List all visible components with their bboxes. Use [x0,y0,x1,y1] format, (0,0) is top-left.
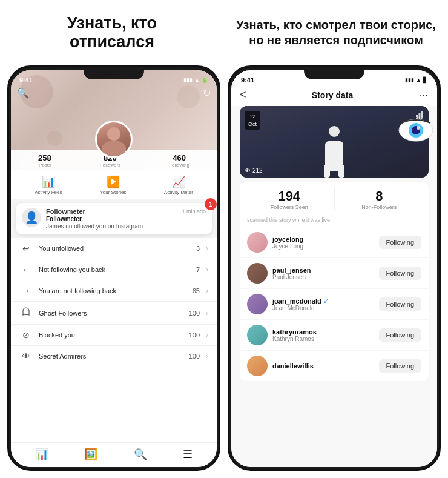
menu-item-ghost-followers[interactable]: Ghost Followers 100 › [11,302,217,325]
notification-time: 1 min ago [182,208,206,214]
scanned-text: scanned this story while it was live. [240,215,429,227]
bottom-nav: 📊 🖼️ 🔍 ☰ [11,442,217,467]
menu-item-secret-admirers[interactable]: 👁 Secret Admirers 100 › [11,346,217,367]
following-button-2[interactable]: Following [379,267,421,280]
non-followers-label: Non-Followers [340,204,420,210]
nav-activity-feed[interactable]: 📊 Activity Feed [35,175,62,195]
left-phone: 9:41 ▮▮▮ ▲ 🔋 🔍 ↻ [7,65,220,471]
follower-item-1[interactable]: joycelong Joyce Long Following [240,227,429,258]
story-title: Story data [312,90,353,100]
phone-notch-left [84,67,144,79]
story-views: 👁 212 [245,167,263,174]
right-header-text: Узнать, кто смотрел твои сторис, но не я… [235,18,437,48]
followers-seen-label: Followers Seen [249,204,329,210]
bottom-nav-search[interactable]: 🔍 [134,448,147,461]
menu-item-blocked[interactable]: ⊘ Blocked you 100 › [11,325,217,346]
avatar [95,121,133,158]
notification-card: 1 👤 Followmeter 1 min ago Followmeter Ja… [16,203,212,234]
menu-item-not-following[interactable]: → You are not following back 65 › [11,280,217,302]
eye-decoration [398,117,433,146]
following-stat: 460 Following [169,153,189,168]
notification-badge: 1 [205,198,217,210]
svg-line-7 [403,118,404,122]
menu-list: ↩ You unfollowed 3 › ← Not following you… [11,238,217,442]
menu-item-unfollowed[interactable]: ↩ You unfollowed 3 › [11,238,217,259]
status-time-right: 9:41 [241,76,254,84]
following-button-3[interactable]: Following [379,297,421,311]
right-phone: 9:41 ▮▮▮ ▲ ▋ < Story data ··· [228,65,441,471]
follower-list: joycelong Joyce Long Following paul_jens… [240,227,429,381]
story-header: < Story data ··· [231,86,437,106]
more-button[interactable]: ··· [419,90,429,101]
left-header-text: Узнать, кто отписался [67,14,157,51]
bottom-nav-menu[interactable]: ☰ [183,448,193,461]
svg-line-8 [410,117,410,119]
back-button[interactable]: < [240,88,246,101]
bottom-nav-gallery[interactable]: 🖼️ [84,448,97,461]
story-date-badge: 12 Oct [245,111,260,130]
follower-item-4[interactable]: kathrynramos Kathryn Ramos Following [240,320,429,351]
status-time-left: 9:41 [19,76,33,84]
follower-item-5[interactable]: daniellewillis Following [240,351,429,381]
bottom-nav-stats[interactable]: 📊 [35,448,48,461]
svg-point-6 [417,126,420,130]
non-followers-count: 8 [340,188,420,204]
follower-item-2[interactable]: paul_jensen Paul Jensen Following [240,258,429,289]
svg-line-11 [427,118,429,122]
posts-stat: 258 Posts [38,153,51,168]
notification-app-name: Followmeter [46,208,85,215]
notification-title: Followmeter [46,216,206,222]
following-button-5[interactable]: Following [379,359,421,373]
verified-badge: ✓ [323,298,328,305]
search-icon[interactable]: 🔍 [17,87,29,99]
refresh-icon[interactable]: ↻ [203,87,211,99]
following-button-4[interactable]: Following [379,328,421,342]
notification-message: James unfollowed you on Instagram [46,223,206,230]
follower-item-3[interactable]: joan_mcdonald ✓ Joan McDonald Following [240,289,429,320]
nav-activity-meter[interactable]: 📈 Activity Meter [164,175,193,195]
stats-row: 194 Followers Seen 8 Non-Followers [240,182,429,215]
followers-seen-count: 194 [249,188,329,204]
following-button-1[interactable]: Following [379,236,421,249]
phone-notch-right [304,67,364,79]
notification-avatar: 👤 [22,208,41,227]
menu-item-not-following-back[interactable]: ← Not following you back 7 › [11,259,217,280]
nav-your-stories[interactable]: ▶️ Your Stories [100,175,126,195]
svg-line-10 [423,117,423,119]
